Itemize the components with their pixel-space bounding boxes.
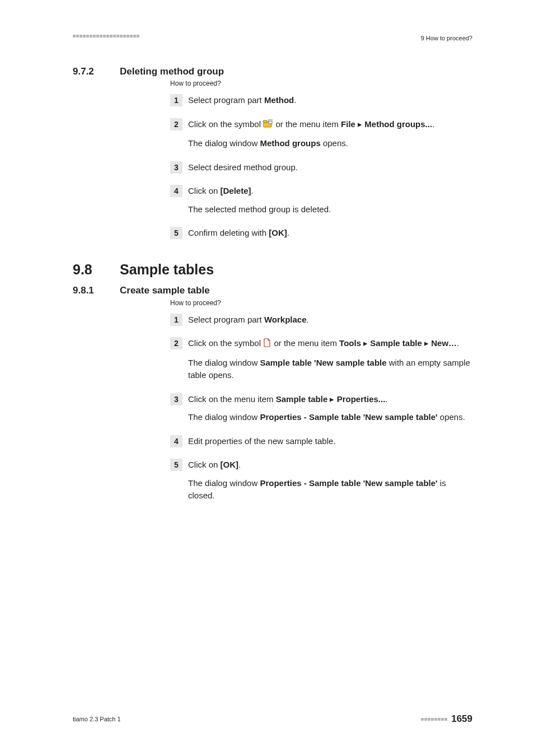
text: opens. <box>321 138 348 148</box>
step-2: 2 Click on the symbol or the menu item T… <box>170 337 472 382</box>
section-title: Create sample table <box>120 285 210 296</box>
step-5: 5 Confirm deleting with [OK]. <box>170 227 472 240</box>
text-bold: Properties - Sample table 'New sample ta… <box>260 478 437 488</box>
how-to-proceed-label: How to proceed? <box>170 80 472 87</box>
breadcrumb: 9 How to proceed? <box>421 35 472 41</box>
section-heading-972: 9.7.2 Deleting method group <box>73 66 472 77</box>
step-4: 4 Edit properties of the new sample tabl… <box>170 435 472 448</box>
text-bold: Sample table <box>276 394 328 404</box>
section-heading-981: 9.8.1 Create sample table <box>73 285 472 296</box>
text: . <box>287 228 289 237</box>
text: Edit properties of the new sample table. <box>188 435 472 448</box>
section-number: 9.7.2 <box>73 66 120 77</box>
step-body: Select program part Workplace. <box>188 314 472 326</box>
step-body: Select program part Method. <box>188 94 472 107</box>
text-bold: Method <box>264 95 294 105</box>
text: Click on <box>188 460 221 469</box>
text: . <box>307 315 309 324</box>
step-body: Click on [Delete]. The selected method g… <box>188 185 472 216</box>
text: The dialog window <box>188 138 260 148</box>
step-3: 3 Select desired method group. <box>170 161 472 174</box>
text-bold: [OK] <box>269 228 287 237</box>
step-1: 1 Select program part Method. <box>170 94 472 107</box>
step-5: 5 Click on [OK]. The dialog window Prope… <box>170 459 472 502</box>
text: opens. <box>438 412 465 422</box>
step-number-badge: 2 <box>170 337 182 349</box>
step-number-badge: 4 <box>170 435 182 447</box>
text: The dialog window <box>188 358 260 367</box>
text-bold: [OK] <box>221 460 239 469</box>
decorative-squares <box>73 35 140 38</box>
text-bold: Properties - Sample table 'New sample ta… <box>260 412 437 422</box>
text-bold: Sample table <box>370 338 422 348</box>
text: The dialog window <box>188 412 260 422</box>
text: . <box>432 119 434 129</box>
menu-arrow-icon: ▸ <box>363 338 370 348</box>
text: The selected method group is deleted. <box>188 203 472 216</box>
text: . <box>238 460 241 469</box>
step-3: 3 Click on the menu item Sample table ▸ … <box>170 393 472 424</box>
step-body: Edit properties of the new sample table. <box>188 435 472 448</box>
step-number-badge: 5 <box>170 227 182 239</box>
page-header: 9 How to proceed? <box>73 35 472 41</box>
text: . <box>457 338 459 348</box>
text: The dialog window <box>188 478 260 488</box>
text: Click on the menu item <box>188 394 276 404</box>
chapter-heading-98: 9.8 Sample tables <box>73 262 472 278</box>
page-footer: tiamo 2.3 Patch 1 1659 <box>73 713 472 725</box>
chapter-number: 9.8 <box>73 262 120 278</box>
how-to-proceed-label: How to proceed? <box>170 299 472 307</box>
step-body: Select desired method group. <box>188 161 472 174</box>
method-groups-icon <box>263 119 273 132</box>
step-number-badge: 1 <box>170 314 182 326</box>
text: Select program part <box>188 315 264 324</box>
step-number-badge: 3 <box>170 161 182 174</box>
text-bold: File <box>341 119 355 129</box>
chapter-title: Sample tables <box>120 262 214 278</box>
footer-brand: tiamo 2.3 Patch 1 <box>73 716 121 722</box>
step-body: Click on the symbol or the menu item Fil… <box>188 118 472 150</box>
text: . <box>251 186 254 195</box>
text: . <box>294 95 296 105</box>
text: Click on the symbol <box>188 338 263 348</box>
section-number: 9.8.1 <box>73 285 120 296</box>
step-body: Click on the symbol or the menu item Too… <box>188 337 472 382</box>
svg-rect-1 <box>263 120 267 123</box>
step-number-badge: 2 <box>170 118 182 130</box>
text: . <box>385 394 387 404</box>
text-bold: Method groups... <box>364 119 432 129</box>
new-document-icon <box>263 338 271 351</box>
text-bold: Properties... <box>337 394 386 404</box>
step-number-badge: 1 <box>170 94 182 106</box>
text-bold: Tools <box>339 338 361 348</box>
step-number-badge: 5 <box>170 459 182 471</box>
text: or the menu item <box>275 119 341 129</box>
step-4: 4 Click on [Delete]. The selected method… <box>170 185 472 216</box>
step-2: 2 Click on the symbol or the menu item <box>170 118 472 150</box>
menu-arrow-icon: ▸ <box>358 119 364 129</box>
text: Confirm deleting with <box>188 228 269 237</box>
menu-arrow-icon: ▸ <box>330 394 336 404</box>
text-bold: Workplace <box>264 315 307 324</box>
menu-arrow-icon: ▸ <box>424 338 431 348</box>
decorative-squares <box>421 718 448 721</box>
step-1: 1 Select program part Workplace. <box>170 314 472 326</box>
text: Click on <box>188 186 221 195</box>
section-title: Deleting method group <box>120 66 224 77</box>
text: Select desired method group. <box>188 161 472 174</box>
steps-981: 1 Select program part Workplace. 2 Click… <box>170 314 472 502</box>
step-number-badge: 4 <box>170 185 182 197</box>
text: Click on the symbol <box>188 119 263 129</box>
page-number: 1659 <box>451 713 472 725</box>
text-bold: Method groups <box>260 138 320 148</box>
step-number-badge: 3 <box>170 393 182 405</box>
text-bold: [Delete] <box>221 186 251 195</box>
text: Select program part <box>188 95 264 105</box>
text-bold: New… <box>431 338 457 348</box>
step-body: Click on [OK]. The dialog window Propert… <box>188 459 472 502</box>
step-body: Click on the menu item Sample table ▸ Pr… <box>188 393 472 424</box>
text-bold: Sample table 'New sample table <box>260 358 386 367</box>
step-body: Confirm deleting with [OK]. <box>188 227 472 240</box>
text: or the menu item <box>274 338 339 348</box>
steps-972: 1 Select program part Method. 2 Click on… <box>170 94 472 240</box>
